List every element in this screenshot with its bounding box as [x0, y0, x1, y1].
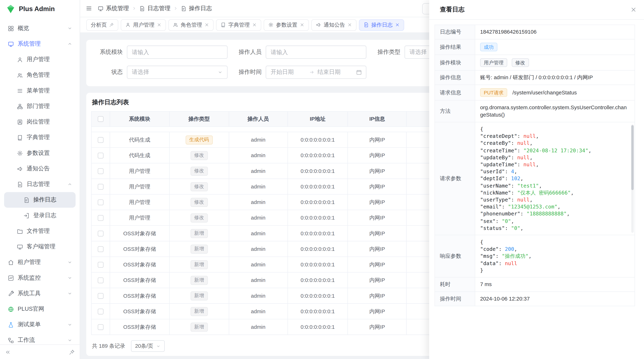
- sidebar-item-label: 租户管理: [18, 259, 64, 266]
- row-checkbox[interactable]: [98, 262, 104, 268]
- row-checkbox[interactable]: [98, 324, 104, 330]
- sidebar-item[interactable]: 参数设置: [4, 145, 76, 161]
- breadcrumb-item[interactable]: 操作日志: [181, 5, 212, 12]
- sidebar-item[interactable]: 菜单管理: [4, 83, 76, 98]
- sidebar-item[interactable]: 租户管理: [4, 254, 76, 270]
- post-icon: [16, 119, 23, 125]
- status-filter-select[interactable]: 请选择: [127, 66, 227, 79]
- row-checkbox[interactable]: [98, 184, 104, 189]
- chevron-down-icon: [68, 322, 72, 327]
- type-badge: 新增: [190, 322, 208, 332]
- tab-close-icon[interactable]: [157, 22, 161, 27]
- row-checkbox[interactable]: [98, 246, 104, 252]
- module-filter-input[interactable]: [127, 45, 227, 59]
- breadcrumb-item[interactable]: 日志管理: [139, 5, 170, 12]
- row-checkbox[interactable]: [98, 199, 104, 205]
- type-cell: 修改: [170, 148, 229, 163]
- drawer-close-button[interactable]: [630, 6, 636, 13]
- row-checkbox[interactable]: [98, 152, 104, 158]
- tab[interactable]: 角色管理: [168, 19, 214, 30]
- operator-cell: admin: [229, 257, 288, 272]
- operlog-icon: [364, 22, 369, 27]
- filter-time: 操作时间 开始日期 结束日期: [236, 66, 366, 79]
- sidebar-item[interactable]: 操作日志: [4, 192, 76, 208]
- sidebar-item[interactable]: 部门管理: [4, 98, 76, 114]
- page-size-select[interactable]: 20条/页: [131, 340, 164, 352]
- tool-icon: [7, 290, 14, 297]
- sidebar-item[interactable]: 登录日志: [4, 208, 76, 223]
- log-icon: [139, 5, 145, 11]
- tab-label: 参数设置: [276, 21, 297, 28]
- sidebar-item[interactable]: 概览: [4, 20, 76, 36]
- operator-cell: admin: [229, 163, 288, 179]
- sidebar-item[interactable]: 日志管理: [4, 176, 76, 192]
- tab-close-icon[interactable]: [204, 22, 209, 27]
- tab[interactable]: 用户管理: [121, 19, 166, 30]
- row-checkbox[interactable]: [98, 277, 104, 283]
- chevron-down-icon: [218, 70, 223, 75]
- collapse-sidebar-button[interactable]: [5, 349, 11, 355]
- row-checkbox[interactable]: [98, 293, 104, 299]
- type-cell: 生成代码: [170, 132, 229, 147]
- date-range-picker[interactable]: 开始日期 结束日期: [266, 66, 366, 79]
- row-checkbox[interactable]: [98, 230, 104, 236]
- operator-filter-input[interactable]: [266, 45, 366, 59]
- tab-close-icon[interactable]: [300, 22, 304, 27]
- sidebar-item-label: PLUS官网: [18, 305, 72, 313]
- sidebar-item[interactable]: 系统监控: [4, 270, 76, 286]
- type-badge: 新增: [190, 244, 208, 254]
- tab-close-icon[interactable]: [348, 22, 352, 27]
- user-icon: [125, 22, 130, 27]
- sidebar-item[interactable]: 测试菜单: [4, 317, 76, 332]
- sidebar-item[interactable]: 角色管理: [4, 67, 76, 83]
- response-params-json: { "code": 200, "msg": "操作成功", "data": nu…: [480, 239, 630, 274]
- chevron-down-icon: [68, 291, 72, 296]
- type-cell: 新增: [170, 226, 229, 241]
- sidebar-item-label: 通知公告: [27, 165, 72, 172]
- tab[interactable]: 操作日志: [359, 19, 404, 30]
- sidebar-item[interactable]: 用户管理: [4, 52, 76, 67]
- app-logo[interactable]: Plus Admin: [0, 0, 80, 18]
- operator-cell: admin: [229, 148, 288, 163]
- ip-cell: 0:0:0:0:0:0:0:1: [288, 163, 348, 179]
- sidebar-item[interactable]: 系统工具: [4, 286, 76, 301]
- module-cell: 用户管理: [110, 195, 170, 210]
- tab[interactable]: 分析页: [86, 19, 118, 30]
- sidebar-item[interactable]: 字典管理: [4, 130, 76, 145]
- tab[interactable]: 字典管理: [216, 19, 261, 30]
- pin-icon[interactable]: [109, 22, 114, 27]
- tab[interactable]: 参数设置: [264, 19, 309, 30]
- sidebar-item[interactable]: 文件管理: [4, 223, 76, 239]
- row-checkbox[interactable]: [98, 137, 104, 143]
- pin-sidebar-button[interactable]: [69, 349, 75, 355]
- row-checkbox[interactable]: [98, 215, 104, 221]
- sidebar-item[interactable]: 通知公告: [4, 161, 76, 176]
- sidebar-item[interactable]: 岗位管理: [4, 114, 76, 130]
- field-label: 日志编号: [435, 25, 475, 39]
- select-all-checkbox[interactable]: [98, 116, 104, 122]
- scrollbar[interactable]: [631, 124, 634, 233]
- sidebar-item[interactable]: 工作流: [4, 333, 76, 345]
- sidebar-toggle-button[interactable]: [86, 5, 92, 11]
- param-icon: [16, 150, 23, 156]
- sidebar-item[interactable]: 客户端管理: [4, 239, 76, 254]
- type-cell: 修改: [170, 210, 229, 225]
- tab[interactable]: 通知公告: [311, 19, 356, 30]
- sidebar-item[interactable]: 系统管理: [4, 36, 76, 52]
- type-badge: 修改: [190, 151, 208, 160]
- tab-close-icon[interactable]: [252, 22, 257, 27]
- scrollbar-thumb[interactable]: [631, 125, 634, 190]
- tab-label: 分析页: [91, 21, 107, 28]
- filter-label: 状态: [97, 68, 123, 76]
- row-checkbox[interactable]: [98, 308, 104, 314]
- dict-icon: [16, 134, 23, 141]
- chevron-down-icon: [68, 26, 72, 31]
- row-checkbox[interactable]: [98, 168, 104, 174]
- log-detail-table: 日志编号 1842781986426159106 操作结果 成功 操作模块 用户…: [434, 25, 635, 306]
- tab-close-icon[interactable]: [395, 22, 400, 27]
- sidebar-item[interactable]: PLUS官网: [4, 301, 76, 317]
- breadcrumb-item[interactable]: 系统管理: [98, 5, 129, 12]
- operation-info-value: 账号: admin / 研发部门 / 0:0:0:0:0:0:0:1 / 内网I…: [475, 70, 635, 85]
- module-cell: 代码生成: [110, 132, 170, 147]
- globe-icon: [7, 306, 14, 312]
